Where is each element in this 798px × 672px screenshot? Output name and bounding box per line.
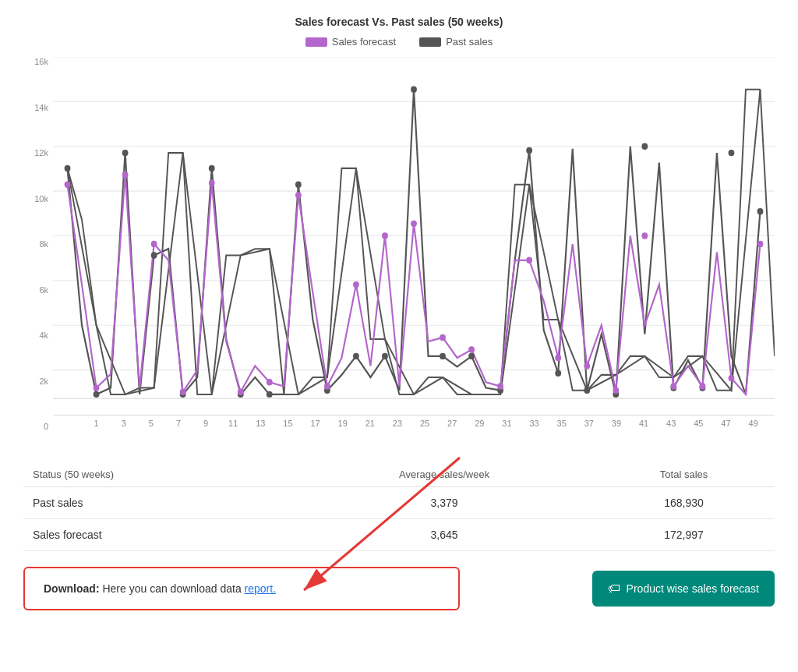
- x-label: 35: [548, 419, 575, 428]
- svg-point-51: [555, 355, 561, 361]
- x-label: 17: [302, 419, 329, 428]
- legend-label-forecast: Sales forecast: [332, 36, 396, 48]
- main-container: Sales forecast Vs. Past sales (50 weeks)…: [0, 0, 798, 626]
- x-label: 1: [83, 419, 110, 428]
- row-avg-past: 3,379: [295, 487, 593, 519]
- y-label-0: 0: [23, 422, 48, 431]
- svg-point-54: [641, 232, 648, 239]
- x-label: 31: [493, 419, 521, 428]
- svg-point-32: [729, 150, 735, 156]
- product-btn-label: Product wise sales forecast: [627, 582, 759, 595]
- x-label: 3: [110, 419, 137, 428]
- y-label-2k: 2k: [23, 377, 48, 386]
- download-text: Here you can download data: [102, 582, 244, 595]
- svg-point-56: [700, 383, 706, 389]
- svg-point-12: [151, 252, 157, 258]
- x-axis-labels: 1 3 5 7 9 11 13 15 17 19 21 23 25 27 29 …: [53, 419, 775, 428]
- svg-point-48: [468, 346, 475, 352]
- svg-point-47: [440, 334, 446, 341]
- x-label: 45: [685, 419, 712, 428]
- row-total-past: 168,930: [593, 487, 775, 519]
- row-total-forecast: 172,997: [593, 519, 775, 551]
- svg-point-27: [584, 387, 590, 394]
- row-label-past: Past sales: [23, 487, 295, 519]
- legend-label-past: Past sales: [446, 36, 493, 48]
- x-label: 15: [274, 419, 302, 428]
- chart-svg: [53, 57, 775, 415]
- download-report-link[interactable]: report.: [245, 582, 276, 595]
- x-label: 49: [740, 419, 767, 428]
- svg-point-10: [94, 391, 100, 398]
- svg-point-50: [526, 257, 532, 263]
- svg-point-23: [468, 353, 475, 359]
- table-row: Sales forecast 3,645 172,997: [23, 519, 775, 551]
- row-label-forecast: Sales forecast: [23, 519, 295, 551]
- x-label: 23: [383, 419, 411, 428]
- tag-icon: 🏷: [608, 582, 620, 596]
- y-axis-labels: 16k 14k 12k 10k 8k 6k 4k 2k 0: [23, 57, 48, 447]
- legend-item-forecast: Sales forecast: [305, 36, 396, 48]
- download-box: Download: Here you can download data rep…: [23, 567, 460, 610]
- svg-point-53: [613, 387, 619, 394]
- svg-point-9: [65, 165, 71, 172]
- legend-color-past: [419, 37, 441, 47]
- x-label: 7: [164, 419, 192, 428]
- x-label: 11: [220, 419, 247, 428]
- y-label-16k: 16k: [23, 57, 48, 66]
- stats-table: Status (50 weeks) Average sales/week Tot…: [23, 462, 775, 551]
- svg-point-17: [295, 182, 302, 188]
- svg-point-37: [151, 241, 157, 247]
- svg-point-45: [382, 232, 388, 239]
- product-wise-sales-button[interactable]: 🏷 Product wise sales forecast: [592, 571, 775, 607]
- svg-point-44: [353, 281, 359, 288]
- svg-point-40: [238, 389, 244, 395]
- svg-point-43: [324, 383, 330, 389]
- svg-point-29: [641, 143, 648, 150]
- x-label: 29: [466, 419, 493, 428]
- y-label-10k: 10k: [23, 194, 48, 203]
- legend-color-forecast: [305, 37, 327, 47]
- chart-title: Sales forecast Vs. Past sales (50 weeks): [23, 16, 775, 28]
- x-label: 21: [356, 419, 383, 428]
- svg-point-19: [353, 353, 359, 359]
- svg-point-11: [122, 150, 129, 156]
- svg-point-42: [295, 192, 302, 198]
- x-label: 13: [247, 419, 274, 428]
- x-label: 25: [411, 419, 439, 428]
- svg-point-21: [411, 87, 417, 93]
- download-label: Download: Here you can download data rep…: [44, 582, 276, 595]
- svg-point-22: [440, 353, 446, 359]
- svg-point-26: [555, 370, 561, 377]
- svg-point-41: [267, 379, 273, 385]
- x-label: 19: [329, 419, 356, 428]
- col-header-total: Total sales: [593, 462, 775, 487]
- svg-point-58: [757, 241, 764, 247]
- y-label-14k: 14k: [23, 103, 48, 112]
- x-label: 5: [137, 419, 164, 428]
- svg-point-57: [729, 375, 735, 381]
- y-label-8k: 8k: [23, 239, 48, 249]
- svg-point-20: [382, 353, 388, 359]
- svg-point-39: [209, 180, 215, 186]
- x-label: 37: [575, 419, 602, 428]
- svg-point-46: [411, 221, 417, 227]
- x-label: 27: [439, 419, 466, 428]
- y-label-12k: 12k: [23, 148, 48, 157]
- svg-point-25: [526, 147, 532, 154]
- x-label: 33: [521, 419, 548, 428]
- download-bold-label: Download:: [44, 582, 100, 595]
- y-label-6k: 6k: [23, 285, 48, 295]
- col-header-avg: Average sales/week: [295, 462, 593, 487]
- bottom-section: Download: Here you can download data rep…: [23, 567, 775, 610]
- x-label: 47: [712, 419, 740, 428]
- svg-point-36: [122, 172, 129, 178]
- col-header-status: Status (50 weeks): [23, 462, 295, 487]
- x-label: 9: [192, 419, 220, 428]
- svg-point-34: [65, 182, 71, 188]
- chart-legend: Sales forecast Past sales: [23, 36, 775, 48]
- svg-point-16: [267, 391, 273, 398]
- x-label: 43: [658, 419, 685, 428]
- svg-point-49: [497, 383, 503, 389]
- svg-point-35: [94, 384, 100, 391]
- legend-item-past: Past sales: [419, 36, 493, 48]
